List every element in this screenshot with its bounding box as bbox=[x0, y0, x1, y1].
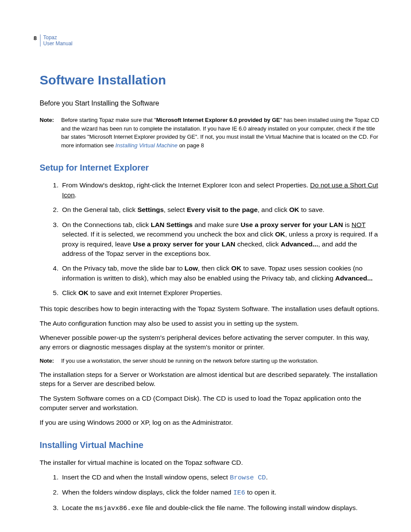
vm-steps-list: Insert the CD and when the Install windo… bbox=[40, 473, 382, 513]
main-heading: Software Installation bbox=[40, 71, 382, 89]
page: 8 Topaz User Manual Software Installatio… bbox=[0, 0, 411, 532]
header-divider bbox=[40, 34, 40, 47]
body-para-3: Whenever possible power-up the system's … bbox=[40, 333, 382, 352]
ie-step-1: From Window's desktop, right-click the I… bbox=[60, 180, 382, 200]
subtitle: Before you Start Installing the Software bbox=[40, 99, 382, 108]
vm-step-3: Locate the msjavx86.exe file and double-… bbox=[60, 503, 382, 513]
body-para-5: The System Software comes on a CD (Compa… bbox=[40, 394, 382, 412]
section-heading-vm: Installing Virtual Machine bbox=[40, 439, 382, 451]
page-number: 8 bbox=[34, 34, 37, 42]
section-heading-ie: Setup for Internet Explorer bbox=[40, 162, 382, 174]
ie-step-3: On the Connections tab, click LAN Settin… bbox=[60, 220, 382, 259]
body-para-4: The installation steps for a Server or W… bbox=[40, 370, 382, 389]
vm-step-1: Insert the CD and when the Install windo… bbox=[60, 473, 382, 482]
vm-step-2: When the folders window displays, click … bbox=[60, 488, 382, 498]
doc-title-line2: User Manual bbox=[43, 40, 72, 47]
note-block-1: Note: Before starting Topaz make sure th… bbox=[40, 116, 382, 149]
ie-step-2: On the General tab, click Settings, sele… bbox=[60, 205, 382, 215]
ie-step-4: On the Privacy tab, move the slide bar t… bbox=[60, 264, 382, 283]
cross-reference-link[interactable]: Installing Virtual Machine bbox=[115, 142, 177, 149]
ie-step-5: Click OK to save and exit Internet Explo… bbox=[60, 288, 382, 298]
note-label-2: Note: bbox=[40, 357, 61, 365]
note-body-2: If you use a workstation, the server sho… bbox=[61, 357, 318, 365]
note-body: Before starting Topaz make sure that "Mi… bbox=[61, 116, 382, 149]
body-para-6: If you are using Windows 2000 or XP, log… bbox=[40, 418, 382, 427]
note-block-2: Note: If you use a workstation, the serv… bbox=[40, 357, 382, 365]
note-label: Note: bbox=[40, 116, 61, 149]
body-para-2: The Auto configuration function may also… bbox=[40, 319, 382, 328]
doc-title-line1: Topaz bbox=[43, 34, 57, 40]
body-para-1: This topic describes how to begin intera… bbox=[40, 304, 382, 314]
doc-title: Topaz User Manual bbox=[43, 34, 72, 47]
page-header: 8 Topaz User Manual bbox=[34, 34, 382, 47]
vm-intro: The installer for virtual machine is loc… bbox=[40, 458, 382, 467]
ie-steps-list: From Window's desktop, right-click the I… bbox=[40, 180, 382, 298]
